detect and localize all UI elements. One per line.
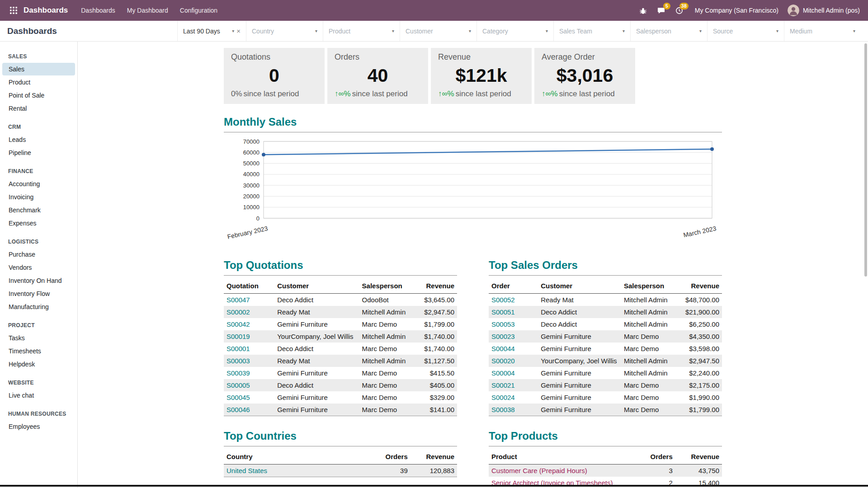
date-range-filter[interactable]: Last 90 Days ▾ × [177,21,246,41]
sidebar-item[interactable]: Invoicing [2,191,75,203]
kpi-delta: ↑∞%since last period [542,89,628,99]
kpi-card: Quotations 0 0%since last period [224,48,325,104]
table-row: S00005 Deco Addict Marc Demo $405.00 [224,379,457,391]
sidebar-section-title: FINANCE [0,164,77,177]
sidebar-item[interactable]: Benchmark [2,204,75,216]
sidebar-item[interactable]: Point of Sale [2,89,75,102]
scrollbar[interactable] [863,21,868,488]
filter-dropdown[interactable]: Salesperson ▾ [630,21,707,41]
clear-filter-icon[interactable]: × [236,27,241,35]
customer-cell: Deco Addict [274,343,359,355]
nav-menu-item[interactable]: My Dashboard [121,0,174,21]
order-link[interactable]: S00038 [491,406,515,413]
control-bar: Dashboards Last 90 Days ▾ × Country ▾ Pr… [0,21,868,42]
nav-menu-item[interactable]: Dashboards [75,0,121,21]
filter-placeholder: Sales Team [559,28,620,35]
order-link[interactable]: S00020 [491,357,515,365]
sidebar-item[interactable]: Timesheets [2,345,75,357]
filter-dropdown[interactable]: Country ▾ [246,21,323,41]
sidebar-item[interactable]: Sales [2,63,75,75]
sidebar-item[interactable]: Manufacturing [2,300,75,313]
app-brand[interactable]: Dashboards [24,6,68,15]
revenue-cell: $2,947.50 [683,355,722,367]
revenue-cell: $1,799.00 [683,404,722,416]
order-link[interactable]: S00024 [491,394,515,401]
company-selector[interactable]: My Company (San Francisco) [689,7,784,14]
sidebar-section-title: WEBSITE [0,375,77,389]
quotation-link[interactable]: S00047 [226,296,250,304]
sidebar-section-title: SALES [0,49,77,62]
table-row: S00004 Gemini Furniture Mitchell Admin $… [489,367,722,379]
order-link[interactable]: S00023 [491,333,515,340]
kpi-value: $121k [438,62,524,89]
messages-button[interactable]: 5 [653,2,670,19]
country-link[interactable]: United States [226,467,267,474]
filter-dropdown[interactable]: Source ▾ [707,21,784,41]
filter-dropdown[interactable]: Product ▾ [323,21,400,41]
svg-text:40000: 40000 [243,171,259,178]
sidebar-item[interactable]: Employees [2,420,75,433]
order-link[interactable]: S00053 [491,320,515,328]
revenue-cell: $2,947.50 [421,306,457,318]
table-row: S00003 Ready Mat Mitchell Admin $1,127.5… [224,355,457,367]
product-link[interactable]: Customer Care (Prepaid Hours) [491,467,587,474]
caret-down-icon: ▾ [776,28,778,33]
filter-dropdown[interactable]: Category ▾ [476,21,553,41]
sidebar-item[interactable]: Live chat [2,389,75,402]
quotation-link[interactable]: S00019 [226,333,250,340]
revenue-cell: $1,990.00 [683,391,722,404]
order-link[interactable]: S00044 [491,345,515,352]
apps-grid-icon[interactable] [6,3,21,18]
order-link[interactable]: S00052 [491,296,515,304]
quotation-link[interactable]: S00005 [226,381,250,389]
sidebar-item[interactable]: Accounting [2,178,75,190]
caret-down-icon: ▾ [315,28,317,33]
quotation-link[interactable]: S00039 [226,369,250,377]
trend-up-icon: ↑ [438,89,442,98]
avatar [788,5,799,16]
sidebar-section: CRM LeadsPipeline [0,119,77,159]
sidebar-item[interactable]: Purchase [2,248,75,261]
sidebar-item[interactable]: Pipeline [2,146,75,159]
customer-cell: Deco Addict [274,379,359,391]
sidebar-item[interactable]: Helpdesk [2,358,75,371]
scrollbar-thumb[interactable] [864,43,867,277]
order-link[interactable]: S00004 [491,369,515,377]
quotation-link[interactable]: S00001 [226,345,250,352]
activities-button[interactable]: 38 [671,2,688,19]
sidebar-item[interactable]: Expenses [2,217,75,230]
user-menu[interactable]: Mitchell Admin (pos) [786,5,862,16]
filter-placeholder: Salesperson [636,28,697,35]
quotation-link[interactable]: S00003 [226,357,250,365]
filter-dropdown[interactable]: Medium ▾ [784,21,861,41]
quotation-link[interactable]: S00045 [226,394,250,401]
order-link[interactable]: S00021 [491,381,515,389]
customer-cell: Gemini Furniture [274,404,359,416]
quotation-link[interactable]: S00042 [226,320,250,328]
customer-cell: Gemini Furniture [274,318,359,330]
user-name: Mitchell Admin (pos) [803,7,860,14]
sidebar-item[interactable]: Inventory Flow [2,287,75,300]
tables-grid: Top Quotations Quotation Customer Salesp… [224,245,722,488]
nav-menu-item[interactable]: Configuration [174,0,223,21]
filter-dropdowns: Country ▾ Product ▾ Customer ▾ Category … [246,21,861,41]
svg-text:30000: 30000 [243,182,259,189]
top-sales-orders-heading: Top Sales Orders [489,259,722,276]
sidebar-item[interactable]: Vendors [2,261,75,274]
filter-dropdown[interactable]: Sales Team ▾ [553,21,630,41]
order-link[interactable]: S00051 [491,308,515,316]
quotation-link[interactable]: S00046 [226,406,250,413]
column-header: Salesperson [359,278,422,294]
debug-button[interactable] [635,2,651,19]
table-row: S00039 Gemini Furniture Marc Demo $415.5… [224,367,457,379]
sidebar-item[interactable]: Rental [2,102,75,115]
filter-dropdown[interactable]: Customer ▾ [400,21,476,41]
customer-cell: Gemini Furniture [538,379,621,391]
sidebar-section: LOGISTICS PurchaseVendorsInventory On Ha… [0,234,77,313]
sidebar-item[interactable]: Tasks [2,332,75,344]
sidebar-item[interactable]: Inventory On Hand [2,274,75,287]
sidebar-item[interactable]: Leads [2,133,75,146]
quotation-link[interactable]: S00002 [226,308,250,316]
quotations-table: Quotation Customer Salesperson Revenue S… [224,278,457,416]
sidebar-item[interactable]: Product [2,76,75,89]
